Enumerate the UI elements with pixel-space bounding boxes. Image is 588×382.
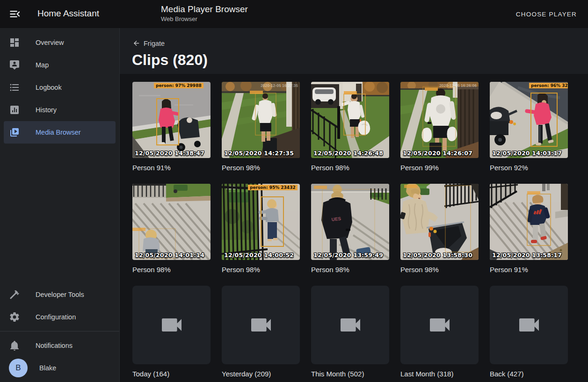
clip-thumbnail[interactable]: person: 97% 29988 12/05/2020 14:38:47 (132, 82, 211, 158)
clip-timestamp: 12/05/2020 14:27:35 (224, 150, 294, 157)
clip-card[interactable]: UES 12/05/2020 13:59:49 Person 98% (311, 184, 389, 274)
sidebar-item-developer-tools[interactable]: Developer Tools (4, 283, 116, 306)
sidebar-item-overview[interactable]: Overview (4, 31, 116, 54)
clip-thumbnail[interactable]: UES 12/05/2020 13:59:49 (311, 184, 389, 260)
clips-grid: person: 97% 29988 12/05/2020 14:38:47 Pe… (132, 82, 568, 378)
clip-card[interactable]: person: 97% 29988 12/05/2020 14:38:47 Pe… (132, 82, 211, 172)
clip-thumbnail[interactable]: 12/05/2020 13:58:30 (400, 184, 479, 260)
clip-timestamp: 12/05/2020 14:26:48 (313, 150, 383, 157)
sidebar-item-history[interactable]: History (4, 99, 116, 121)
video-camera-icon (516, 312, 542, 338)
app-title: Home Assistant (37, 8, 99, 19)
sidebar-item-label: Notifications (36, 342, 73, 349)
clip-card[interactable]: 2020-12-05 16:26:06 12/05/2020 14:26:07 … (400, 82, 479, 172)
folder-card-today[interactable]: Today (164) (132, 286, 211, 378)
clip-thumbnail[interactable]: 12/05/2020 14:01:14 (132, 184, 211, 260)
folder-thumbnail[interactable] (222, 286, 300, 364)
clip-scene (400, 82, 479, 158)
svg-text:UES: UES (331, 216, 341, 222)
clip-caption: Person 98% (400, 266, 479, 274)
sidebar-spacer (0, 144, 119, 283)
sidebar-item-configuration[interactable]: Configuration (4, 306, 116, 328)
folder-thumbnail[interactable] (311, 286, 389, 364)
clip-thumbnail[interactable]: 12/05/2020 13:58:17 (490, 184, 568, 260)
bell-icon (9, 340, 20, 351)
dashboard-icon (9, 37, 20, 48)
video-camera-icon (159, 312, 185, 338)
clip-thumbnail[interactable]: 12/05/2020 14:26:48 (311, 82, 389, 158)
clip-card[interactable]: 12/05/2020 13:58:17 Person 91% (490, 184, 568, 274)
detection-label-small (404, 185, 417, 188)
sidebar-item-label: Developer Tools (36, 291, 84, 298)
breadcrumb[interactable]: Frigate (132, 39, 165, 47)
folder-thumbnail[interactable] (490, 286, 568, 364)
avatar: B (9, 359, 28, 377)
clip-card[interactable]: person: 96% 32154 12/05/2020 14:03:17 Pe… (490, 82, 568, 172)
folder-card-last-month[interactable]: Last Month (318) (400, 286, 479, 378)
clip-card[interactable]: 2020-12-05 16:27:35 12/05/2020 14:27:35 … (222, 82, 300, 172)
clip-thumbnail[interactable]: person: 95% 23432 12/05/2020 14:00:52 (222, 184, 300, 260)
sidebar-item-label: Map (36, 61, 49, 69)
sidebar-item-logbook[interactable]: Logbook (4, 76, 116, 99)
clip-caption: Person 91% (490, 266, 568, 274)
folder-card-this-month[interactable]: This Month (502) (311, 286, 389, 378)
sidebar-main-list: Overview Map Logbook History Media Brows… (0, 28, 119, 144)
folder-card-yesterday[interactable]: Yesterday (209) (222, 286, 300, 378)
sidebar-item-notifications[interactable]: Notifications (4, 334, 116, 357)
clip-thumbnail[interactable]: 2020-12-05 16:27:35 12/05/2020 14:27:35 (222, 82, 300, 158)
clip-caption: Person 98% (222, 164, 300, 172)
sidebar-toggle-icon[interactable] (8, 7, 22, 21)
clip-thumbnail[interactable]: person: 96% 32154 12/05/2020 14:03:17 (490, 82, 568, 158)
panel-subtitle: Web Browser (161, 15, 197, 22)
clip-card[interactable]: 12/05/2020 14:26:48 Person 98% (311, 82, 389, 172)
clip-timestamp: 12/05/2020 14:26:07 (403, 150, 472, 157)
sidebar-item-label: Configuration (36, 313, 76, 321)
folder-thumbnail[interactable] (132, 286, 211, 364)
detection-label-small (250, 91, 263, 94)
clip-timestamp: 12/05/2020 14:00:52 (224, 252, 294, 259)
clip-timestamp: 12/05/2020 13:58:30 (403, 252, 472, 259)
clip-caption: Person 98% (132, 266, 211, 274)
folder-label: Back (427) (490, 370, 568, 378)
sidebar-item-user[interactable]: B Blake (4, 357, 116, 379)
sidebar-item-map[interactable]: Map (4, 54, 116, 76)
chart-box-icon (9, 104, 20, 115)
page-title: Clips (820) (132, 51, 208, 69)
play-box-multiple-icon (9, 127, 20, 138)
detection-label-small (314, 186, 327, 189)
clip-timestamp: 12/05/2020 13:59:49 (313, 252, 383, 259)
sidebar: Overview Map Logbook History Media Brows… (0, 28, 120, 382)
clip-card[interactable]: 12/05/2020 13:58:30 Person 98% (400, 184, 479, 274)
clip-scene (132, 184, 211, 260)
camera-osd-timestamp: 2020-12-05 16:26:06 (439, 83, 477, 88)
detection-label: person: 97% 29988 (154, 83, 203, 88)
folder-card-back[interactable]: Back (427) (490, 286, 568, 378)
folder-thumbnail[interactable] (400, 286, 479, 364)
panel-title: Media Player Browser (161, 4, 248, 14)
clip-timestamp: 12/05/2020 14:01:14 (135, 252, 204, 259)
clip-scene (222, 184, 300, 260)
detection-label-small (132, 228, 145, 231)
breadcrumb-label: Frigate (144, 40, 165, 47)
sidebar-item-media-browser[interactable]: Media Browser (4, 121, 116, 144)
clip-card[interactable]: person: 95% 23432 12/05/2020 14:00:52 Pe… (222, 184, 300, 274)
video-camera-icon (248, 312, 274, 338)
choose-player-button[interactable]: CHOOSE PLAYER (512, 9, 581, 20)
clip-caption: Person 98% (222, 266, 300, 274)
clip-card[interactable]: 12/05/2020 14:01:14 Person 98% (132, 184, 211, 274)
clip-scene (490, 184, 568, 260)
sidebar-item-label: Overview (36, 39, 64, 46)
media-browser-content: Frigate Clips (820) (120, 28, 588, 382)
sidebar-item-label: History (36, 106, 57, 114)
clip-scene (400, 184, 479, 260)
folder-label: Last Month (318) (400, 370, 479, 378)
sidebar-item-label: Logbook (36, 84, 62, 91)
clip-caption: Person 98% (311, 266, 389, 274)
folder-label: This Month (502) (311, 370, 389, 378)
arrow-left-icon (132, 39, 140, 47)
clip-timestamp: 12/05/2020 13:58:17 (492, 252, 562, 259)
clip-thumbnail[interactable]: 2020-12-05 16:26:06 12/05/2020 14:26:07 (400, 82, 479, 158)
clip-caption: Person 98% (311, 164, 389, 172)
sidebar-item-label: Media Browser (36, 129, 81, 136)
clip-timestamp: 12/05/2020 14:38:47 (135, 150, 204, 157)
